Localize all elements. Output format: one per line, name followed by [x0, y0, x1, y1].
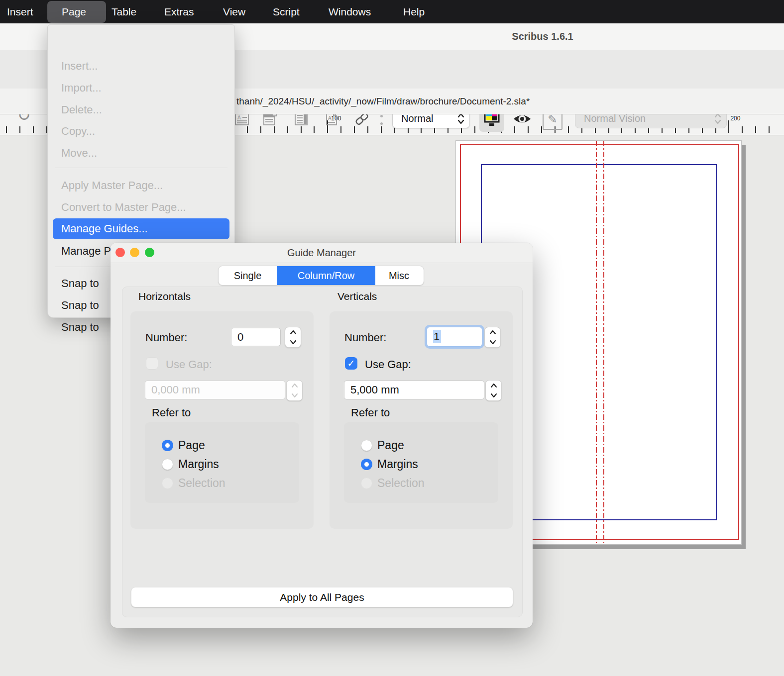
column-guide-line-2: [603, 141, 604, 543]
menu-extras[interactable]: Extras: [164, 0, 194, 23]
ruler-minor-tick: [742, 126, 743, 133]
v-refer-to-label: Refer to: [351, 406, 390, 419]
horizontals-heading: Horizontals: [138, 290, 191, 302]
h-radio-page[interactable]: [162, 440, 173, 451]
h-use-gap-label: Use Gap:: [166, 358, 212, 371]
ruler-minor-tick: [568, 126, 569, 133]
menu-item-insert: Insert...: [53, 55, 229, 77]
v-radio-page[interactable]: [361, 440, 372, 451]
h-radio-selection-label: Selection: [178, 477, 225, 490]
document-path: thanh/_2024/HSU/_activity/_now/Film/draw…: [236, 89, 530, 114]
v-radio-margins-label: Margins: [377, 458, 418, 471]
ruler-minor-tick: [287, 126, 288, 133]
h-number-stepper[interactable]: [285, 327, 301, 348]
menu-item-copy: Copy...: [53, 120, 229, 142]
v-use-gap-checkbox[interactable]: ✓: [345, 357, 357, 370]
h-radio-margins[interactable]: [162, 459, 173, 470]
v-number-selected-text: 1: [433, 330, 441, 343]
v-number-label: Number:: [344, 331, 386, 344]
horizontals-group: Number: 0 Use Gap: 0,000 mm Refer to Pag…: [130, 311, 314, 529]
ruler-major-tick: [728, 120, 729, 133]
scribus-window: Insert Page Table Extras View Script Win…: [0, 0, 784, 676]
app-title: Scribus 1.6.1: [512, 23, 573, 50]
menu-windows[interactable]: Windows: [329, 0, 371, 23]
apply-to-all-pages-button[interactable]: Apply to All Pages: [131, 587, 513, 607]
v-use-gap-label: Use Gap:: [365, 358, 411, 371]
h-radio-margins-label: Margins: [178, 458, 219, 471]
verticals-group: Number: 1 ✓ Use Gap: 5,000 mm Refer to P…: [330, 311, 513, 529]
dialog-title: Guide Manager: [111, 243, 533, 263]
svg-text:A: A: [237, 115, 241, 120]
ruler-minor-tick: [541, 126, 542, 133]
menu-insert[interactable]: Insert: [7, 0, 33, 23]
ruler-minor-tick: [474, 126, 475, 133]
v-number-stepper[interactable]: [484, 327, 501, 348]
menu-item-move: Move...: [53, 142, 229, 164]
column-guide-line-1: [596, 141, 597, 543]
h-gap-input: 0,000 mm: [145, 381, 285, 399]
menu-help[interactable]: Help: [403, 0, 425, 23]
ruler-minor-tick: [33, 126, 34, 133]
v-radio-page-label: Page: [377, 439, 404, 452]
menu-item-convert-master-page: Convert to Master Page...: [53, 196, 229, 218]
ruler-minor-tick: [6, 126, 7, 133]
menu-item-delete: Delete...: [53, 99, 229, 121]
v-radio-selection-label: Selection: [377, 477, 425, 490]
tab-column-row[interactable]: Column/Row: [277, 266, 375, 285]
h-radio-selection: [162, 478, 173, 489]
h-radio-page-label: Page: [178, 439, 205, 452]
dialog-title-bar: Guide Manager: [111, 243, 533, 263]
verticals-heading: Verticals: [337, 290, 377, 302]
v-gap-input[interactable]: 5,000 mm: [344, 381, 484, 399]
menu-view[interactable]: View: [223, 0, 245, 23]
menu-script[interactable]: Script: [273, 0, 300, 23]
menu-item-apply-master-page: Apply Master Page...: [53, 175, 229, 196]
v-refer-to-group: Page Margins Selection: [344, 422, 498, 503]
ruler-minor-tick: [314, 126, 315, 133]
tab-misc[interactable]: Misc: [375, 266, 423, 285]
tab-single[interactable]: Single: [219, 266, 277, 285]
menu-separator: [55, 168, 227, 168]
h-use-gap-checkbox: [146, 357, 158, 370]
menu-page[interactable]: Page: [62, 0, 86, 23]
h-refer-to-label: Refer to: [152, 406, 191, 419]
h-gap-stepper: [286, 380, 303, 401]
h-refer-to-group: Page Margins Selection: [145, 422, 299, 503]
menu-item-manage-guides[interactable]: Manage Guides...: [53, 218, 229, 239]
svg-text:A: A: [328, 115, 332, 121]
menu-table[interactable]: Table: [112, 0, 136, 23]
h-number-label: Number:: [145, 331, 187, 344]
guide-manager-dialog: Guide Manager Single Column/Row Misc Hor…: [111, 243, 533, 628]
h-number-input[interactable]: 0: [231, 328, 281, 346]
v-gap-stepper[interactable]: [485, 380, 502, 401]
ruler-minor-tick: [340, 126, 341, 133]
ruler-minor-tick: [755, 126, 756, 133]
v-number-input[interactable]: 1: [427, 327, 482, 347]
v-radio-margins[interactable]: [361, 459, 372, 470]
ruler-minor-tick: [769, 126, 770, 133]
ruler-unit-label: 200: [730, 115, 740, 122]
menu-item-import: Import...: [53, 77, 229, 99]
ruler-minor-tick: [19, 126, 20, 133]
guide-manager-tabs: Single Column/Row Misc: [218, 266, 424, 286]
v-radio-selection: [361, 478, 372, 489]
menu-bar: Insert Page Table Extras View Script Win…: [0, 0, 784, 23]
